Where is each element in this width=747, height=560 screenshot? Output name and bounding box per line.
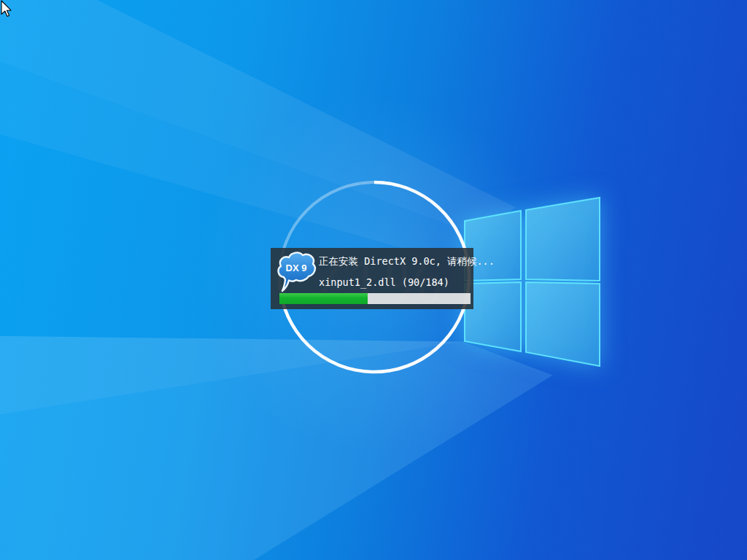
install-file-counter: xinput1_2.dll (90/184) bbox=[319, 276, 449, 288]
dx9-icon-label: DX 9 bbox=[286, 262, 307, 273]
directx-install-dialog: DX 9 正在安装 DirectX 9.0c, 请稍候... xinput1_2… bbox=[271, 248, 473, 309]
progress-fill bbox=[279, 293, 368, 304]
install-status-text: 正在安装 DirectX 9.0c, 请稍候... bbox=[319, 255, 495, 268]
progress-bar-track bbox=[279, 293, 471, 304]
desktop: 71% DX 9 正在安装 DirectX 9.0c, 请稍候... xinpu… bbox=[0, 0, 747, 560]
mouse-cursor-icon bbox=[0, 0, 18, 20]
dx9-cloud-icon: DX 9 bbox=[275, 249, 317, 293]
